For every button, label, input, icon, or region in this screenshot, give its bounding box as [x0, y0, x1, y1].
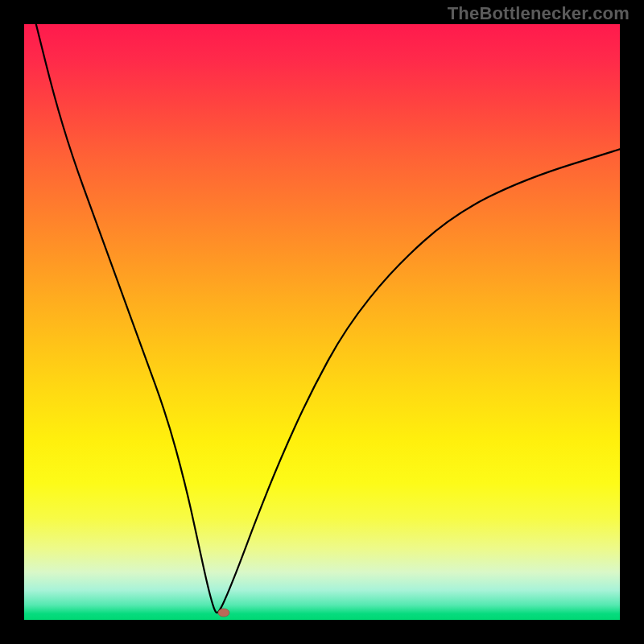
optimal-marker — [218, 609, 229, 617]
chart-frame: TheBottlenecker.com — [0, 0, 644, 644]
curve-svg — [24, 24, 620, 620]
plot-area — [24, 24, 620, 620]
attribution-label: TheBottlenecker.com — [448, 3, 630, 24]
bottleneck-curve — [36, 24, 620, 613]
